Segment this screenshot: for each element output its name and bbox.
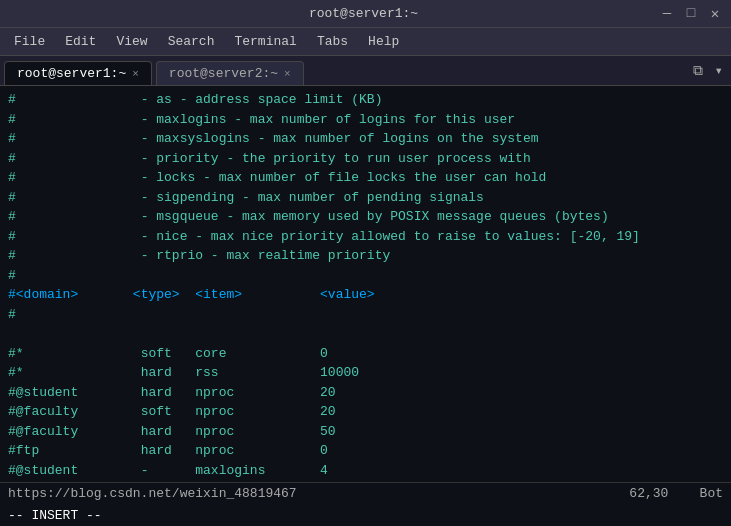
line-data-3: #@student hard nproc 20: [8, 383, 723, 403]
window-controls: — □ ✕: [659, 5, 723, 22]
line-data-6: #ftp hard nproc 0: [8, 441, 723, 461]
insert-mode-indicator: -- INSERT --: [8, 508, 102, 523]
window-title: root@server1:~: [68, 6, 659, 21]
line-data-7: #@student - maxlogins 4: [8, 461, 723, 481]
line-header: #<domain> <type> <item> <value>: [8, 285, 723, 305]
line-3: # - maxsyslogins - max number of logins …: [8, 129, 723, 149]
line-10: #: [8, 266, 723, 286]
line-data-5: #@faculty hard nproc 50: [8, 422, 723, 442]
line-6: # - sigpending - max number of pending s…: [8, 188, 723, 208]
line-5: # - locks - max number of file locks the…: [8, 168, 723, 188]
line-7: # - msgqueue - max memory used by POSIX …: [8, 207, 723, 227]
line-data-4: #@faculty soft nproc 20: [8, 402, 723, 422]
tab-server2-close[interactable]: ×: [284, 68, 291, 80]
tab-server1-close[interactable]: ×: [132, 68, 139, 80]
terminal-content: # - as - address space limit (KB) # - ma…: [0, 86, 731, 482]
maximize-button[interactable]: □: [683, 5, 699, 22]
status-bar: https://blog.csdn.net/weixin_48819467 62…: [0, 482, 731, 504]
menu-bar: File Edit View Search Terminal Tabs Help: [0, 28, 731, 56]
cursor-position: 62,30: [629, 486, 668, 501]
minimize-button[interactable]: —: [659, 5, 675, 22]
menu-view[interactable]: View: [106, 32, 157, 51]
scroll-position: Bot: [700, 486, 723, 501]
menu-file[interactable]: File: [4, 32, 55, 51]
line-9: # - rtprio - max realtime priority: [8, 246, 723, 266]
tab-controls: ⧉ ▾: [689, 60, 727, 85]
status-url: https://blog.csdn.net/weixin_48819467: [8, 486, 297, 501]
line-1: # - as - address space limit (KB): [8, 90, 723, 110]
menu-help[interactable]: Help: [358, 32, 409, 51]
tab-dropdown-button[interactable]: ▾: [711, 60, 727, 81]
tab-server1[interactable]: root@server1:~ ×: [4, 61, 152, 85]
status-position: 62,30 Bot: [629, 486, 723, 501]
menu-tabs[interactable]: Tabs: [307, 32, 358, 51]
mode-bar: -- INSERT --: [0, 504, 731, 526]
menu-terminal[interactable]: Terminal: [224, 32, 306, 51]
line-data-1: #* soft core 0: [8, 344, 723, 364]
line-blank1: [8, 324, 723, 344]
line-2: # - maxlogins - max number of logins for…: [8, 110, 723, 130]
tab-server1-label: root@server1:~: [17, 66, 126, 81]
menu-search[interactable]: Search: [158, 32, 225, 51]
menu-edit[interactable]: Edit: [55, 32, 106, 51]
tab-server2-label: root@server2:~: [169, 66, 278, 81]
tab-server2[interactable]: root@server2:~ ×: [156, 61, 304, 85]
title-bar: root@server1:~ — □ ✕: [0, 0, 731, 28]
line-8: # - nice - max nice priority allowed to …: [8, 227, 723, 247]
new-tab-button[interactable]: ⧉: [689, 61, 707, 81]
close-button[interactable]: ✕: [707, 5, 723, 22]
line-11: #: [8, 305, 723, 325]
line-4: # - priority - the priority to run user …: [8, 149, 723, 169]
tab-bar: root@server1:~ × root@server2:~ × ⧉ ▾: [0, 56, 731, 86]
line-data-2: #* hard rss 10000: [8, 363, 723, 383]
